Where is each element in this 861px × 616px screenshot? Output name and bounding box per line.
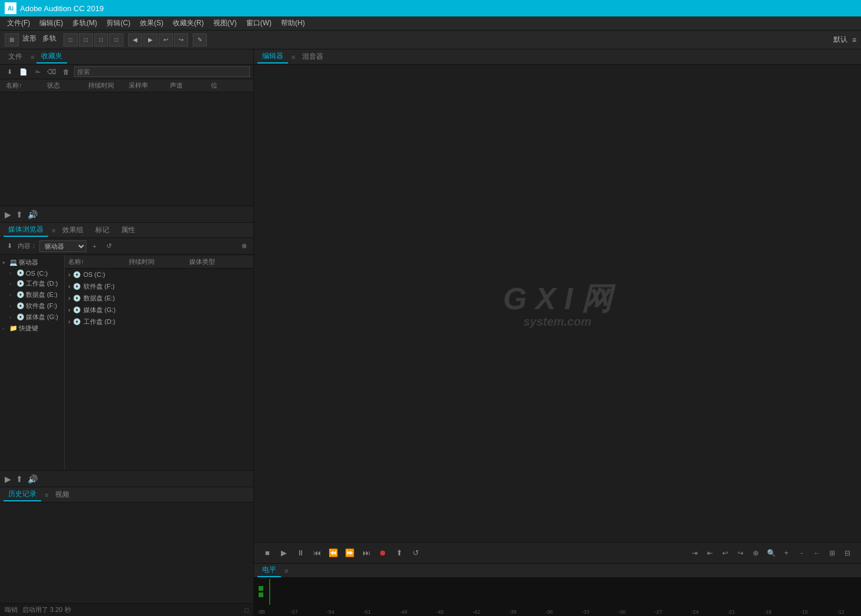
nav-next-btn[interactable]: ▶ — [143, 34, 158, 46]
tab-level-meter[interactable]: 电平 — [257, 564, 281, 577]
fast-forward-btn[interactable]: ⏩ — [343, 547, 356, 560]
content-dropdown[interactable]: 驱动器 — [39, 240, 86, 252]
zoom-out-h-btn[interactable]: ⇤ — [703, 547, 716, 560]
import-btn[interactable]: ⬇ — [4, 66, 15, 77]
tool-btn-4[interactable]: □ — [109, 34, 123, 46]
col-name: 名称↑ — [4, 81, 45, 90]
toolbar-menu-icon[interactable]: ≡ — [852, 36, 856, 44]
data-e-label: 数据盘 (E:) — [26, 290, 58, 299]
media-main: ▾ 💻 驱动器 › 💿 OS (C:) › 💿 工作盘 — [0, 255, 253, 470]
record-btn[interactable]: ⏺ — [376, 547, 389, 560]
menu-favorites[interactable]: 收藏夹(R) — [168, 17, 209, 29]
menu-view[interactable]: 视图(V) — [209, 17, 242, 29]
pencil-btn[interactable]: ✎ — [193, 34, 207, 46]
tab-effects[interactable]: 效果组 — [58, 224, 88, 236]
list-item-soft-f[interactable]: › 💿 软件盘 (F:) — [65, 280, 253, 292]
zoom-selection-btn[interactable]: ↪ — [734, 547, 747, 560]
tree-work-d[interactable]: › 💿 工作盘 (D:) — [7, 278, 64, 289]
nav-group: ◀ ▶ ↩ ↪ — [128, 34, 188, 46]
waveform-label[interactable]: 波形 — [20, 34, 39, 46]
meter-bars — [254, 578, 861, 605]
tree-drives-root[interactable]: ▾ 💻 驱动器 — [0, 257, 64, 268]
media-play-btn[interactable]: ▶ — [5, 474, 11, 484]
zoom-full-btn[interactable]: ↩ — [719, 547, 732, 560]
files-search-input[interactable] — [74, 66, 250, 77]
status-right: □ — [244, 607, 249, 614]
play-btn[interactable]: ▶ — [277, 547, 290, 560]
tab-properties[interactable]: 属性 — [116, 224, 140, 236]
files-volume-btn[interactable]: 🔊 — [28, 210, 38, 219]
multitrack-label[interactable]: 多轨 — [40, 34, 59, 46]
history-content — [0, 503, 253, 603]
zoom-h-minus-btn[interactable]: - — [795, 547, 808, 560]
tree-soft-f[interactable]: › 💿 软件盘 (F:) — [7, 300, 64, 312]
tool-btn-3[interactable]: □ — [94, 34, 108, 46]
files-play-btn[interactable]: ▶ — [5, 210, 11, 219]
db-label-51: -51 — [363, 609, 371, 615]
zoom-in-h-btn[interactable]: ⇥ — [688, 547, 701, 560]
db-label-39: -39 — [509, 609, 517, 615]
close-all-btn[interactable]: ⌫ — [46, 66, 58, 77]
tree-media-g[interactable]: › 💿 媒体盘 (G:) — [7, 312, 64, 323]
tool-btn-2[interactable]: □ — [79, 34, 93, 46]
tab-editor[interactable]: 编辑器 — [257, 50, 288, 63]
files-export-btn[interactable]: ⬆ — [16, 210, 23, 219]
col-samplerate: 采样率 — [126, 81, 167, 90]
rewind-btn[interactable]: ⏪ — [327, 547, 340, 560]
list-item-work-d[interactable]: › 💿 工作盘 (D:) — [65, 316, 253, 327]
goto-start-btn[interactable]: ⏮ — [310, 547, 323, 560]
list-item-media-g[interactable]: › 💿 媒体盘 (G:) — [65, 304, 253, 316]
files-content — [0, 92, 253, 206]
media-export-btn[interactable]: ⬆ — [16, 474, 23, 484]
media-volume-btn[interactable]: 🔊 — [28, 474, 38, 484]
zoom-all-out-btn[interactable]: ⊟ — [841, 547, 854, 560]
zoom-h-plus-btn[interactable]: + — [780, 547, 793, 560]
delete-btn[interactable]: 🗑 — [60, 66, 72, 77]
meter-scale: dB -57 -54 -51 -48 -45 -42 -39 -36 -33 -… — [254, 605, 861, 616]
menu-multitrack[interactable]: 多轨(M) — [68, 17, 102, 29]
tree-os-c[interactable]: › 💿 OS (C:) — [7, 268, 64, 278]
menu-file[interactable]: 文件(F) — [2, 17, 35, 29]
loop-transport-btn[interactable]: ↺ — [409, 547, 422, 560]
zoom-in-v-btn[interactable]: ⊕ — [749, 547, 762, 560]
media-filter-btn[interactable]: ⊗ — [238, 241, 250, 252]
tab-mixer[interactable]: 混音器 — [297, 51, 328, 63]
new-btn[interactable]: 📄 — [18, 66, 29, 77]
tab-video[interactable]: 视频 — [51, 488, 74, 501]
workspace-group: ⊞ 波形 多轨 — [5, 34, 59, 46]
menu-help[interactable]: 帮助(H) — [276, 17, 310, 29]
tab-favorites[interactable]: 收藏夹 — [36, 50, 67, 63]
tree-shortcuts[interactable]: › 📁 快捷键 — [0, 323, 64, 334]
waveform-view-btn[interactable]: ⊞ — [5, 34, 19, 46]
tab-history[interactable]: 历史记录 — [4, 488, 41, 501]
close-btn[interactable]: ✁ — [32, 66, 43, 77]
export-transport-btn[interactable]: ⬆ — [393, 547, 406, 560]
tab-files[interactable]: 文件 — [4, 51, 27, 63]
tab-markers[interactable]: 标记 — [91, 224, 114, 236]
db-label-33: -33 — [582, 609, 589, 615]
media-download-btn[interactable]: ⬇ — [4, 241, 15, 252]
goto-end-btn[interactable]: ⏭ — [360, 547, 373, 560]
menu-edit[interactable]: 编辑(E) — [35, 17, 68, 29]
menu-clip[interactable]: 剪辑(C) — [102, 17, 135, 29]
tab-media-browser[interactable]: 媒体浏览器 — [4, 223, 48, 237]
menu-window[interactable]: 窗口(W) — [242, 17, 276, 29]
zoom-all-in-btn[interactable]: ⊞ — [826, 547, 839, 560]
list-item-os-c[interactable]: › 💿 OS (C:) — [65, 269, 253, 280]
pause-btn[interactable]: ⏸ — [294, 547, 307, 560]
content-selector: 内容： 驱动器 — [18, 240, 86, 252]
list-item-data-e[interactable]: › 💿 数据盘 (E:) — [65, 292, 253, 304]
stop-btn[interactable]: ■ — [261, 547, 274, 560]
media-add-btn[interactable]: + — [89, 241, 100, 252]
toolbar-right: 默认 ≡ — [833, 35, 856, 45]
scroll-left-btn[interactable]: ← — [810, 547, 823, 560]
menu-effects[interactable]: 效果(S) — [135, 17, 168, 29]
undo-btn[interactable]: ↩ — [159, 34, 173, 46]
nav-prev-btn[interactable]: ◀ — [128, 34, 142, 46]
tree-data-e[interactable]: › 💿 数据盘 (E:) — [7, 289, 64, 300]
redo-btn[interactable]: ↪ — [174, 34, 188, 46]
media-refresh-btn[interactable]: ↺ — [103, 241, 115, 252]
app-icon: Ai — [5, 2, 16, 14]
zoom-out-v-btn[interactable]: 🔍 — [765, 547, 778, 560]
tool-btn-1[interactable]: □ — [63, 34, 78, 46]
